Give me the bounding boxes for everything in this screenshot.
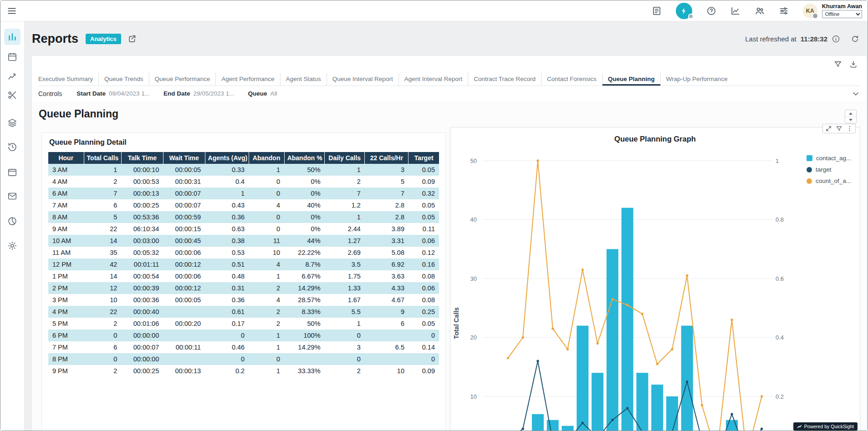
value-cell: 6.5	[365, 341, 408, 353]
info-icon	[832, 35, 840, 43]
value-cell: 00:03:00	[121, 235, 163, 247]
value-cell: 10	[84, 294, 121, 306]
sliders-button[interactable]	[779, 6, 789, 16]
control-queue[interactable]: QueueAll	[248, 90, 277, 97]
sidebar-item-settings[interactable]	[4, 238, 20, 254]
value-cell: 0.43	[205, 199, 249, 211]
svg-text:30: 30	[470, 275, 477, 282]
calendar-icon	[7, 52, 17, 62]
legend-item-target[interactable]: target	[807, 166, 851, 173]
visual-filter-button[interactable]	[836, 125, 842, 132]
value-cell: 0.08	[408, 270, 439, 282]
value-cell: 00:00:25	[121, 365, 163, 377]
tab-agent-status[interactable]: Agent Status	[280, 73, 327, 86]
info-button[interactable]	[832, 35, 840, 43]
sidebar-item-mail[interactable]	[4, 188, 20, 204]
value-cell: 0	[249, 211, 284, 223]
value-cell: 10	[249, 247, 284, 259]
refresh-button[interactable]	[851, 35, 859, 43]
hour-cell: 11 AM	[48, 247, 84, 259]
sidebar-item-trends[interactable]	[4, 68, 20, 85]
export-button[interactable]	[849, 60, 858, 68]
legend-dot-count-of-a	[807, 178, 812, 184]
col-abandon: Abandon	[249, 152, 284, 164]
value-cell: 0.33	[205, 164, 249, 176]
report-tabs: Executive SummaryQueue TrendsQueue Perfo…	[38, 73, 860, 86]
control-start-date[interactable]: Start Date09/04/2023 1...	[77, 90, 150, 97]
sheet-content: Queue Planning Queue Planning Detail Hou…	[32, 101, 867, 431]
tab-executive-summary[interactable]: Executive Summary	[38, 73, 98, 86]
visual-menu-button[interactable]	[846, 125, 853, 132]
tab-queue-planning[interactable]: Queue Planning	[602, 73, 660, 86]
card-tools	[834, 60, 858, 68]
combo-chart[interactable]: 10203040500.20.40.60.81Total Calls	[450, 127, 860, 431]
sidebar-item-browser[interactable]	[4, 164, 20, 181]
value-cell: 0.09	[408, 176, 439, 188]
value-cell: 7	[365, 188, 408, 199]
table-row: 7 AM600:00:2500:00:070.43440%1.22.80.05	[48, 199, 439, 211]
sidebar-item-reports[interactable]	[4, 29, 20, 45]
realtime-bolt-button[interactable]	[676, 3, 692, 19]
legend-item-contact-ag[interactable]: contact_ag...	[807, 155, 851, 162]
value-cell: 0.2	[205, 365, 249, 377]
value-cell: 0.46	[205, 341, 249, 353]
value-cell: 2	[325, 365, 365, 377]
legend-item-count-of-a[interactable]: count_of_a...	[807, 177, 851, 184]
topbar-actions: KA Khurram Awan Offline	[652, 3, 862, 19]
sidebar-item-routing[interactable]	[4, 87, 20, 103]
control-end-date[interactable]: End Date29/05/2023 1...	[163, 90, 235, 97]
value-cell: 0	[249, 353, 284, 365]
help-button[interactable]	[706, 6, 716, 16]
hour-cell: 2 PM	[48, 282, 84, 294]
open-external-button[interactable]	[128, 34, 137, 43]
value-cell: 00:53:36	[121, 211, 163, 223]
value-cell: 5.5	[325, 306, 365, 318]
status-dot	[812, 13, 818, 19]
notification-dot	[688, 14, 694, 19]
hour-cell: 4 AM	[48, 176, 84, 188]
value-cell: 1	[249, 330, 284, 341]
scroll-down-button[interactable]	[845, 117, 856, 123]
value-cell: 6	[84, 341, 121, 353]
tab-agent-performance[interactable]: Agent Performance	[215, 73, 280, 86]
value-cell	[284, 353, 324, 365]
tab-contact-forensics[interactable]: Contact Forensics	[541, 73, 602, 86]
scroll-up-button[interactable]	[845, 110, 856, 117]
value-cell: 14	[84, 235, 121, 247]
col-hour: Hour	[48, 152, 84, 164]
table-title: Queue Planning Detail	[49, 138, 439, 147]
scroll-spinner	[845, 110, 857, 123]
sidebar-item-calendar[interactable]	[4, 49, 20, 65]
table-row: 3 AM100:00:1000:00:050.33150%130.05	[48, 164, 439, 176]
hour-cell: 4 PM	[48, 306, 84, 318]
tab-queue-interval-report[interactable]: Queue Interval Report	[327, 73, 398, 86]
value-cell: 0.38	[205, 235, 249, 247]
sidebar-item-history[interactable]	[4, 139, 20, 155]
avatar[interactable]: KA	[803, 4, 817, 18]
metrics-button[interactable]	[730, 6, 740, 16]
tab-queue-trends[interactable]: Queue Trends	[98, 73, 149, 86]
notes-button[interactable]	[652, 6, 662, 16]
menu-button[interactable]	[7, 6, 17, 16]
tab-queue-performance[interactable]: Queue Performance	[149, 73, 216, 86]
control-label: Queue	[248, 90, 267, 97]
queue-planning-detail-table: HourTotal CallsTalk TimeWait TimeAgents …	[48, 152, 439, 377]
tab-agent-interval-report[interactable]: Agent Interval Report	[398, 73, 468, 86]
sidebar-item-layers[interactable]	[4, 115, 20, 131]
value-cell: 1.75	[325, 270, 365, 282]
table-row: 8 AM500:53:3600:00:590.3600%12.80.05	[48, 211, 439, 223]
filter-button[interactable]	[834, 60, 842, 68]
sidebar-item-analytics[interactable]	[4, 213, 20, 229]
tab-contract-trace-record[interactable]: Contract Trace Record	[468, 73, 541, 86]
collapse-controls-button[interactable]	[851, 89, 860, 98]
users-button[interactable]	[755, 6, 765, 16]
value-cell: 00:00:07	[121, 341, 163, 353]
value-cell	[163, 330, 205, 341]
table-row: 4 AM200:00:5300:00:310.400%250.09	[48, 176, 439, 188]
status-select[interactable]: Offline	[822, 10, 862, 18]
legend-label: count_of_a...	[816, 177, 851, 184]
tab-wrap-up-performance[interactable]: Wrap-Up Performance	[660, 73, 733, 86]
value-cell: 44%	[284, 235, 324, 247]
expand-button[interactable]	[825, 125, 832, 132]
control-value: 09/04/2023 1...	[109, 90, 150, 97]
